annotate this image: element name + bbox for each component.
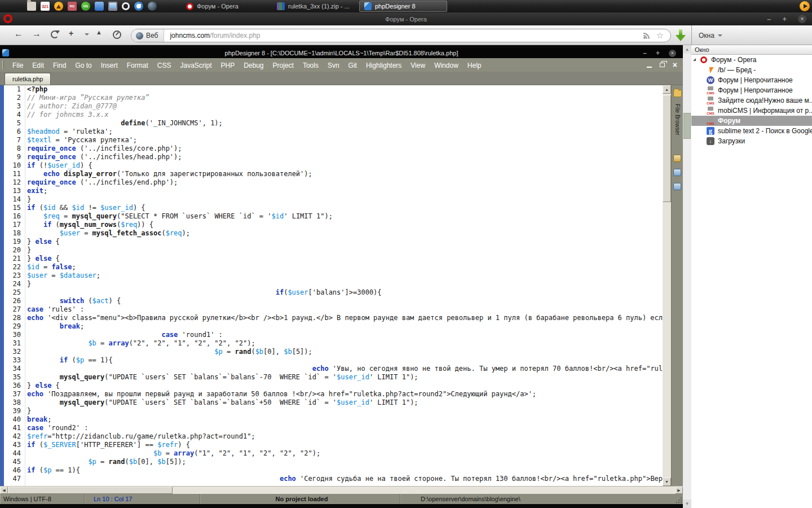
- resize-grip[interactable]: [676, 497, 682, 503]
- code-line[interactable]: }: [27, 246, 663, 255]
- file-browser-folder-icon[interactable]: [673, 90, 682, 97]
- code-line[interactable]: // author: Zidan_@777@: [27, 102, 663, 111]
- file-browser-label[interactable]: File Browser: [674, 104, 681, 135]
- menu-window[interactable]: Window: [430, 62, 463, 69]
- editor-vertical-scrollbar[interactable]: ▲ ▼: [663, 85, 671, 486]
- code-line[interactable]: $id = false;: [27, 263, 663, 271]
- panel-header[interactable]: Окна: [691, 25, 812, 45]
- menu-grip[interactable]: [2, 61, 4, 69]
- opera-icon[interactable]: [122, 2, 130, 10]
- sidebar-history-icon[interactable]: [673, 155, 681, 162]
- display-icon[interactable]: [108, 2, 117, 11]
- code-line[interactable]: $p = rand($b[0], $b[5]);: [27, 458, 663, 466]
- taskbar-button-3[interactable]: phpDesigner 8: [359, 1, 447, 12]
- code-line[interactable]: if ($p == 1){: [27, 356, 663, 365]
- panel-item-8[interactable]: gsublime text 2 - Поиск в Google: [691, 126, 812, 136]
- tree-expand-icon[interactable]: [693, 58, 696, 61]
- address-url[interactable]: johncms.com/forum/index.php: [164, 32, 642, 40]
- code-line[interactable]: require_once ('../incfiles/end.php');: [27, 178, 663, 187]
- code-line[interactable]: mysql_query("UPDATE `users` SET `balans`…: [27, 373, 663, 382]
- menu-insert[interactable]: Insert: [96, 62, 122, 69]
- code-line[interactable]: $headmod = 'ruletka';: [27, 128, 663, 136]
- panel-item-1[interactable]: Форум - Opera: [691, 55, 812, 65]
- code-line[interactable]: echo display_error('Только для зарегистр…: [27, 170, 663, 178]
- code-line[interactable]: define('_IN_JOHNCMS', 1);: [27, 119, 663, 128]
- code-line[interactable]: exit;: [27, 187, 663, 195]
- tab-ruletka-php[interactable]: ruletka.php: [5, 73, 51, 85]
- mdi-minimize-button[interactable]: [647, 67, 652, 68]
- code-line[interactable]: echo 'Поздравляем, вы прошли первый раун…: [27, 390, 663, 398]
- code-line[interactable]: $user = $datauser;: [27, 271, 663, 280]
- mdi-close-button[interactable]: ×: [673, 62, 677, 68]
- code-area[interactable]: <?php// Мини-игра ”Русская рулетка”// au…: [25, 85, 663, 486]
- code-line[interactable]: if ($id && $id != $user_id) {: [27, 204, 663, 212]
- code-line[interactable]: echo '<div class="menu"><b>Правила русск…: [27, 314, 663, 322]
- code-line[interactable]: // for johncms 3.x.x: [27, 111, 663, 119]
- menu-javascript[interactable]: JavaScript: [175, 62, 216, 69]
- panel-item-4[interactable]: Форум | Непрочитанное: [691, 85, 812, 95]
- opera-scroll-down-arrow[interactable]: ▼: [683, 500, 691, 508]
- editor-horizontal-scrollbar[interactable]: ◀ ▶: [0, 486, 683, 494]
- code-line[interactable]: echo 'Увы, но сегодня явно не твой день.…: [27, 365, 663, 373]
- code-line[interactable]: case 'round2' :: [27, 424, 663, 432]
- close-button[interactable]: ×: [798, 15, 806, 23]
- hostsman-icon[interactable]: HS: [81, 2, 90, 11]
- panel-item-5[interactable]: Зайдите сюда!Нужно ваше м...: [691, 95, 812, 106]
- menu-file[interactable]: File: [8, 62, 28, 69]
- code-line[interactable]: if ($p == 1){: [27, 466, 663, 475]
- up-icon[interactable]: ▲: [96, 29, 102, 36]
- code-line[interactable]: $b = array("2", "2", "1", "2", "2", "2")…: [27, 339, 663, 348]
- bookmark-star-icon[interactable]: ☆: [656, 32, 664, 40]
- code-line[interactable]: }: [27, 407, 663, 415]
- horizontal-scroll-thumb[interactable]: [8, 487, 173, 494]
- code-line[interactable]: mysql_query("UPDATE `users` SET `balans`…: [27, 398, 663, 407]
- opera-scrollbar[interactable]: ▲ ▼: [683, 45, 691, 508]
- scroll-up-arrow[interactable]: ▲: [663, 85, 671, 94]
- code-line[interactable]: } else {: [27, 382, 663, 390]
- taskbar-button-1[interactable]: Форум - Opera: [182, 1, 266, 12]
- panel-item-2[interactable]: /b/ — Бред -: [691, 65, 812, 75]
- notes-icon[interactable]: [95, 2, 104, 11]
- code-line[interactable]: $user = mysql_fetch_assoc($req);: [27, 229, 663, 238]
- back-icon[interactable]: ←: [14, 29, 23, 39]
- address-badge[interactable]: Веб: [131, 29, 164, 42]
- sidebar-search-icon[interactable]: [673, 169, 681, 176]
- folder-icon[interactable]: [27, 2, 36, 11]
- code-line[interactable]: break;: [27, 415, 663, 424]
- menu-svn[interactable]: Svn: [323, 62, 344, 69]
- chevron-down-icon[interactable]: [85, 33, 89, 36]
- code-line[interactable]: require_once ('../incfiles/head.php');: [27, 153, 663, 161]
- pd-maximize-button[interactable]: +: [656, 51, 660, 55]
- browser-globe-icon[interactable]: [148, 2, 157, 11]
- code-line[interactable]: }: [27, 280, 663, 288]
- menu-css[interactable]: CSS: [153, 62, 176, 69]
- panel-item-6[interactable]: mobiCMS | Информация от р...: [691, 106, 812, 116]
- forward-icon[interactable]: →: [32, 29, 41, 39]
- menu-highlighters[interactable]: Highlighters: [361, 62, 406, 69]
- panel-column-header[interactable]: Окно: [691, 45, 812, 55]
- menu-tools[interactable]: Tools: [298, 62, 323, 69]
- menu-help[interactable]: Help: [463, 62, 486, 69]
- pd-minimize-button[interactable]: –: [643, 51, 647, 55]
- mdi-restore-button[interactable]: [660, 63, 665, 67]
- opera-logo-icon[interactable]: [3, 14, 12, 23]
- code-line[interactable]: } else {: [27, 238, 663, 246]
- thunderbird-icon[interactable]: [134, 2, 143, 11]
- code-line[interactable]: <?php: [27, 85, 663, 94]
- menu-php[interactable]: PHP: [216, 62, 239, 69]
- pd-close-button[interactable]: ×: [669, 50, 676, 57]
- menu-project[interactable]: Project: [268, 62, 298, 69]
- code-line[interactable]: $textl = 'Русская рулетка';: [27, 136, 663, 144]
- menu-view[interactable]: View: [406, 62, 430, 69]
- code-line[interactable]: $refr="http://zidanclub.ru/game/ruletka.…: [27, 432, 663, 441]
- sidebar-snippets-icon[interactable]: [673, 183, 681, 190]
- menu-format[interactable]: Format: [122, 62, 153, 69]
- opera-scroll-up-arrow[interactable]: ▲: [683, 45, 691, 54]
- code-line[interactable]: if($user['balans']>=3000){: [27, 288, 663, 297]
- rss-icon[interactable]: [643, 32, 651, 40]
- panel-item-7[interactable]: Форум: [691, 116, 812, 126]
- scroll-right-arrow[interactable]: ▶: [675, 487, 683, 494]
- menu-go-to[interactable]: Go to: [70, 62, 96, 69]
- code-line[interactable]: }: [27, 195, 663, 204]
- code-editor[interactable]: 1234567891011121314151617181920212223242…: [0, 85, 683, 486]
